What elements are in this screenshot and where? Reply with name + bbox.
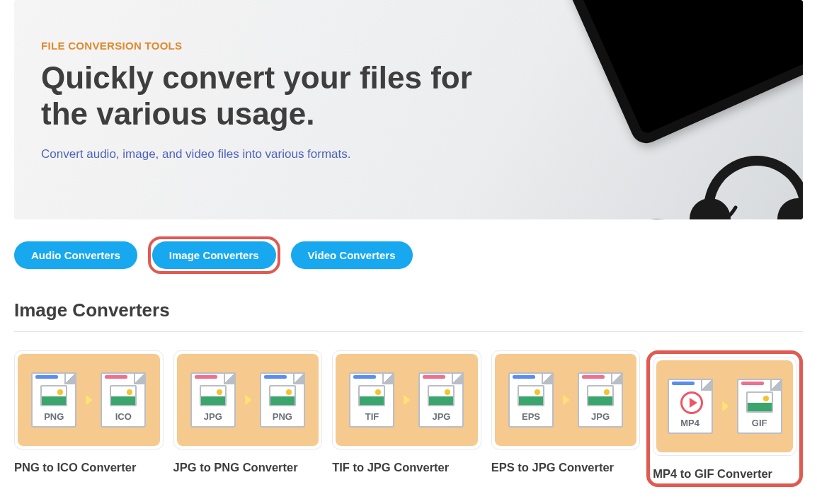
tablet-graphic xyxy=(565,0,803,148)
image-thumb-icon xyxy=(40,385,67,406)
target-file-icon: PNG xyxy=(260,372,305,428)
converter-card-button[interactable]: JPGPNG xyxy=(173,350,323,449)
converter-card-label: EPS to JPG Converter xyxy=(491,461,641,474)
source-file-icon: JPG xyxy=(190,372,236,428)
converter-card-label: MP4 to GIF Converter xyxy=(653,467,796,481)
source-file-ext: JPG xyxy=(192,411,234,422)
target-file-icon: ICO xyxy=(101,372,146,428)
converter-card-canvas: MP4GIF xyxy=(656,360,793,452)
highlight-box: Image Converters xyxy=(148,236,280,274)
image-thumb-icon xyxy=(746,391,773,413)
arrow-right-icon xyxy=(717,399,733,414)
converter-card-label: PNG to ICO Converter xyxy=(14,461,164,474)
source-file-ext: MP4 xyxy=(669,418,712,428)
converter-card-canvas: JPGPNG xyxy=(177,354,319,446)
converter-card-label: JPG to PNG Converter xyxy=(173,461,323,474)
tab-image-converters[interactable]: Image Converters xyxy=(152,241,276,269)
target-file-ext: GIF xyxy=(738,418,781,428)
converter-card: EPSJPGEPS to JPG Converter xyxy=(491,350,641,487)
tab-video-converters[interactable]: Video Converters xyxy=(291,241,413,269)
hero-headline: Quickly convert your files for the vario… xyxy=(41,60,520,132)
image-thumb-icon xyxy=(200,385,227,406)
source-file-ext: EPS xyxy=(510,411,552,422)
source-file-icon: MP4 xyxy=(668,379,713,434)
target-file-icon: JPG xyxy=(418,372,464,428)
hero-banner: FILE CONVERSION TOOLS Quickly convert yo… xyxy=(14,0,803,219)
target-file-icon: GIF xyxy=(737,379,782,434)
converter-card-button[interactable]: TIFJPG xyxy=(332,350,481,449)
source-file-icon: EPS xyxy=(508,372,554,428)
converter-card-grid: PNGICOPNG to ICO ConverterJPGPNGJPG to P… xyxy=(14,350,803,487)
arrow-right-icon xyxy=(399,392,414,408)
target-file-ext: ICO xyxy=(102,411,144,422)
arrow-right-icon xyxy=(558,392,573,408)
image-thumb-icon xyxy=(110,385,137,406)
play-icon xyxy=(680,391,703,414)
arrow-right-icon xyxy=(240,392,256,408)
target-file-ext: JPG xyxy=(579,411,622,422)
image-thumb-icon xyxy=(428,385,455,406)
section-title: Image Converters xyxy=(14,299,803,321)
tab-audio-converters[interactable]: Audio Converters xyxy=(14,241,137,269)
converter-card: TIFJPGTIF to JPG Converter xyxy=(332,350,481,487)
converter-tabs: Audio ConvertersImage ConvertersVideo Co… xyxy=(14,236,803,274)
converter-card: JPGPNGJPG to PNG Converter xyxy=(173,350,323,487)
converter-card-canvas: PNGICO xyxy=(18,354,160,446)
hero-text: FILE CONVERSION TOOLS Quickly convert yo… xyxy=(41,40,520,161)
converter-card-button[interactable]: PNGICO xyxy=(14,350,164,449)
hero-subline: Convert audio, image, and video files in… xyxy=(41,147,520,161)
source-file-icon: PNG xyxy=(31,372,76,428)
source-file-ext: PNG xyxy=(33,411,75,422)
source-file-icon: TIF xyxy=(349,372,394,428)
converter-card: PNGICOPNG to ICO Converter xyxy=(14,350,164,487)
converter-card: MP4GIFMP4 to GIF Converter xyxy=(646,350,803,487)
image-thumb-icon xyxy=(358,385,385,406)
headphones-graphic xyxy=(690,131,803,219)
arrow-right-icon xyxy=(81,392,96,408)
hero-eyebrow: FILE CONVERSION TOOLS xyxy=(41,40,520,52)
target-file-ext: PNG xyxy=(261,411,304,422)
converter-card-label: TIF to JPG Converter xyxy=(332,461,481,474)
image-thumb-icon xyxy=(518,385,544,406)
converter-card-button[interactable]: EPSJPG xyxy=(491,350,641,449)
image-thumb-icon xyxy=(587,385,614,406)
converter-card-canvas: EPSJPG xyxy=(495,354,637,446)
section-divider xyxy=(14,331,803,332)
target-file-ext: JPG xyxy=(420,411,462,422)
target-file-icon: JPG xyxy=(578,372,623,428)
image-thumb-icon xyxy=(269,385,296,406)
converter-card-button[interactable]: MP4GIF xyxy=(653,357,796,456)
converter-card-canvas: TIFJPG xyxy=(336,354,478,446)
source-file-ext: TIF xyxy=(350,411,393,422)
